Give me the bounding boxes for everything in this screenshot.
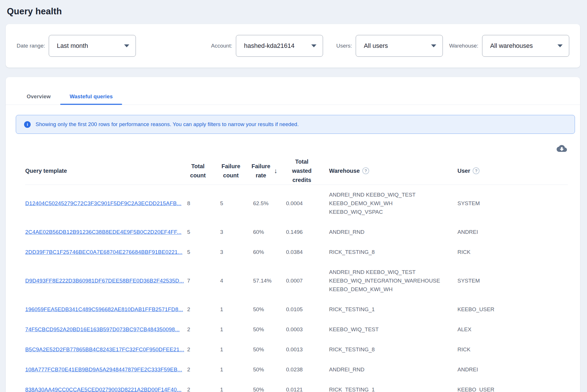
users-select[interactable]: All users	[356, 35, 443, 57]
wasted-credits-cell: 0.1496	[280, 228, 323, 236]
user-cell: ANDREI	[452, 365, 568, 374]
user-cell: KEEBO_USER	[452, 385, 568, 392]
failure-rate-cell: 50%	[247, 385, 280, 392]
tab-overview[interactable]: Overview	[17, 89, 60, 105]
info-banner-text: Showing only the first 200 rows for perf…	[36, 121, 299, 128]
failure-rate-cell: 50%	[247, 365, 280, 374]
download-button[interactable]	[555, 143, 568, 154]
warehouse-cell: ANDREI_RND	[323, 365, 452, 374]
total-count-cell: 2	[181, 385, 214, 392]
warehouse-cell: RICK_TESTING_8	[323, 248, 452, 256]
warehouse-cell: ANDREI_RND	[323, 228, 452, 236]
failure-count-cell: 1	[214, 325, 247, 334]
query-template-link[interactable]: D12404C50245279C72C3F3C901F5DF9C2A3ECDD2…	[25, 200, 181, 206]
wasted-credits-cell: 0.0003	[280, 325, 323, 334]
query-template-link[interactable]: 2C4AE02B56DB12B91236C38B8EDE4E9F5B0C2D20…	[25, 229, 181, 235]
info-icon: i	[24, 121, 31, 128]
account-select[interactable]: hashed-kda21614	[236, 35, 323, 57]
help-icon[interactable]: ?	[473, 167, 480, 174]
warehouse-cell: KEEBO_WIQ_TEST	[323, 325, 452, 334]
total-count-cell: 7	[181, 277, 214, 285]
user-cell: SYSTEM	[452, 199, 568, 208]
query-template-link[interactable]: 2DD39F7BC1F25746BEC0A7E68704E276684BBF91…	[25, 249, 183, 255]
warehouse-cell: RICK_TESTING_8	[323, 345, 452, 354]
wasted-credits-cell: 0.0013	[280, 345, 323, 354]
table-row: 838A30AA49CC0CCAE5CED0279003D8221A2BD00F…	[25, 380, 568, 392]
users-label: Users:	[336, 43, 352, 49]
failure-count-cell: 1	[214, 345, 247, 354]
wasted-credits-cell: 0.0384	[280, 248, 323, 256]
date-range-select[interactable]: Last month	[49, 35, 136, 57]
warehouse-cell: RICK_TESTING_1	[323, 385, 452, 392]
info-banner: i Showing only the first 200 rows for pe…	[16, 115, 575, 134]
table-row: D12404C50245279C72C3F3C901F5DF9C2A3ECDD2…	[25, 185, 568, 222]
query-template-link[interactable]: D9D493FF8E222D3B60981DF67DEE58BFE0D36B2F…	[25, 278, 184, 284]
failure-rate-cell: 60%	[247, 248, 280, 256]
warehouse-label: Warehouse:	[449, 43, 478, 49]
wasted-credits-cell: 0.0121	[280, 385, 323, 392]
table-row: 74F5CBCD952A20BD16E163B597D073BC97CB4843…	[25, 320, 568, 340]
failure-rate-cell: 50%	[247, 325, 280, 334]
column-header-total-wasted-credits[interactable]: Total wasted credits	[280, 157, 323, 185]
user-cell: SYSTEM	[452, 277, 568, 285]
total-count-cell: 2	[181, 345, 214, 354]
query-template-link[interactable]: B5C9A2E52D2FB77865BB4C8243E17FC32FC0F950…	[25, 346, 184, 352]
chevron-down-icon	[431, 44, 436, 47]
wasted-credits-cell: 0.0105	[280, 305, 323, 314]
column-header-warehouse[interactable]: Warehouse ?	[323, 166, 452, 175]
failure-count-cell: 1	[214, 365, 247, 374]
failure-rate-cell: 50%	[247, 305, 280, 314]
failure-count-cell: 5	[214, 199, 247, 208]
tab-bar: Overview Wasteful queries	[6, 89, 580, 105]
warehouse-value: All warehouses	[490, 42, 554, 50]
table-row: B5C9A2E52D2FB77865BB4C8243E17FC32FC0F950…	[25, 340, 568, 360]
column-header-query-template[interactable]: Query template	[25, 166, 181, 175]
cloud-download-icon	[555, 143, 568, 154]
query-template-link[interactable]: 838A30AA49CC0CCAE5CED0279003D8221A2BD00F…	[25, 387, 181, 392]
page-header: Query health	[0, 0, 587, 17]
sort-descending-icon[interactable]: ↓	[274, 166, 277, 175]
table-header-row: Query template Total count Failure count…	[25, 157, 568, 185]
filter-group-account: Account: hashed-kda21614	[211, 35, 323, 57]
table-body: D12404C50245279C72C3F3C901F5DF9C2A3ECDD2…	[25, 185, 568, 392]
query-template-link[interactable]: 74F5CBCD952A20BD16E163B597D073BC97CB4843…	[25, 326, 180, 332]
user-cell: RICK	[452, 345, 568, 354]
total-count-cell: 5	[181, 248, 214, 256]
query-template-link[interactable]: 196059FEA5EDB341C489C596682AE810DAB1FFB2…	[25, 306, 183, 312]
query-template-link[interactable]: 108A777FCB70E41EB9BD9A5A2948447879FE2C33…	[25, 366, 182, 373]
failure-rate-cell: 60%	[247, 228, 280, 236]
table-toolbar	[6, 142, 580, 155]
filter-group-users: Users: All users	[336, 35, 443, 57]
table-row: 2DD39F7BC1F25746BEC0A7E68704E276684BBF91…	[25, 242, 568, 262]
wasted-credits-cell: 0.0007	[280, 277, 323, 285]
warehouse-cell: ANDREI_RND KEEBO_WIQ_TEST KEEBO_WIQ_INTE…	[323, 268, 452, 294]
filter-group-date-range: Date range: Last month	[17, 35, 136, 57]
wasteful-queries-table: Query template Total count Failure count…	[25, 157, 568, 392]
column-header-failure-count[interactable]: Failure count	[214, 162, 247, 180]
warehouse-select[interactable]: All warehouses	[482, 35, 569, 57]
user-cell: KEEBO_USER	[452, 305, 568, 314]
warehouse-cell: ANDREI_RND KEEBO_WIQ_TEST KEEBO_DEMO_KWI…	[323, 191, 452, 216]
failure-count-cell: 3	[214, 248, 247, 256]
failure-count-cell: 1	[214, 305, 247, 314]
failure-count-cell: 3	[214, 228, 247, 236]
total-count-cell: 2	[181, 305, 214, 314]
page-title: Query health	[7, 6, 587, 17]
total-count-cell: 2	[181, 325, 214, 334]
chevron-down-icon	[311, 44, 316, 47]
user-cell: ALEX	[452, 325, 568, 334]
column-header-total-count[interactable]: Total count	[181, 162, 214, 180]
table-row: 108A777FCB70E41EB9BD9A5A2948447879FE2C33…	[25, 360, 568, 380]
wasted-credits-cell: 0.0238	[280, 365, 323, 374]
help-icon[interactable]: ?	[362, 167, 369, 174]
column-header-user[interactable]: User ?	[452, 166, 568, 175]
failure-count-cell: 1	[214, 385, 247, 392]
query-health-panel: Overview Wasteful queries i Showing only…	[6, 77, 580, 392]
total-count-cell: 2	[181, 365, 214, 374]
user-cell: ANDREI	[452, 228, 568, 236]
tab-wasteful-queries[interactable]: Wasteful queries	[60, 89, 122, 105]
failure-rate-cell: 50%	[247, 345, 280, 354]
filter-bar: Date range: Last month Account: hashed-k…	[6, 24, 580, 68]
failure-rate-cell: 62.5%	[247, 199, 280, 208]
column-header-failure-rate[interactable]: Failure rate ↓	[247, 162, 280, 180]
